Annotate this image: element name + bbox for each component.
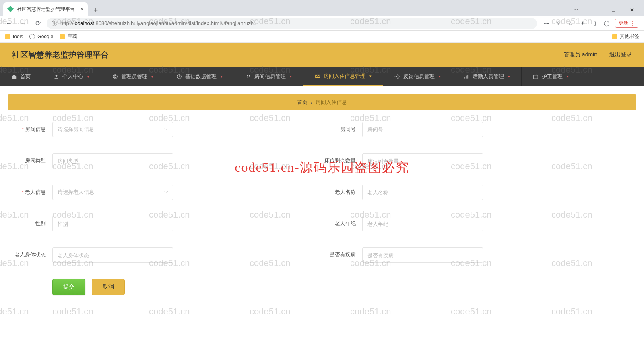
nav-basedata[interactable]: 基础数据管理▾ [165,67,234,86]
watermark-text: code51.cn [250,306,291,317]
room-info-label: *房间信息 [12,122,52,137]
url-text: http://localhost:8080/shehuizhihuiyangla… [60,20,256,26]
gear-icon [394,74,400,79]
breadcrumb-home[interactable]: 首页 [297,99,308,106]
elder-info-label: *老人信息 [12,185,52,200]
room-no-input[interactable] [362,122,483,137]
browser-tab[interactable]: 社区智慧养老监护管理平台 × [3,2,88,16]
user-label[interactable]: 管理员 admin [564,51,597,58]
elder-age-label: 老人年纪 [322,216,362,231]
room-type-label: 房间类型 [12,153,52,168]
bookmark-google[interactable]: Google [29,34,53,39]
room-no-label: 房间号 [322,122,362,137]
bookmarks-bar: tools Google 宝藏 其他书签 [0,31,644,43]
chevron-down-icon: ▾ [369,74,372,78]
watermark-text: code51.cn [149,306,190,317]
bookmark-tools[interactable]: tools [5,34,23,39]
chevron-down-icon: ▾ [508,75,510,79]
key-icon[interactable]: ⊶ [543,20,550,27]
nav-roomcheckin[interactable]: 房间入住信息管理▾ [303,67,383,86]
submit-button[interactable]: 提交 [52,279,85,295]
elder-name-label: 老人名称 [322,185,362,200]
chevron-down-icon: ﹀ [164,127,169,133]
calendar-icon [533,74,539,79]
browser-tab-strip: 社区智慧养老监护管理平台 × + ﹀ — □ ✕ [0,0,644,16]
room-info-select[interactable]: 请选择房间信息﹀ [52,122,173,137]
target-icon [112,74,118,79]
svg-point-0 [56,75,58,77]
chevron-down-icon: ▾ [439,75,441,79]
chevron-down-icon: ▾ [151,75,153,79]
user-icon [54,74,59,79]
chevron-down-icon: ▾ [87,75,89,79]
has-disease-input[interactable] [362,247,483,263]
close-window-button[interactable]: ✕ [624,4,640,16]
nav-logistics[interactable]: 后勤人员管理▾ [452,67,522,86]
profile-icon[interactable]: ◯ [603,20,610,27]
window-controls: ﹀ — □ ✕ [568,4,644,16]
users-icon [246,74,251,79]
watermark-text: code51.cn [350,306,391,317]
clock-icon [176,74,182,79]
svg-rect-11 [534,75,538,79]
watermark-text: code51.cn [0,306,29,317]
info-icon[interactable]: i [52,21,57,26]
back-button[interactable]: ← [3,18,14,29]
bookmark-other[interactable]: 其他书签 [612,33,639,40]
nav-admin[interactable]: 管理员管理▾ [101,67,165,86]
has-disease-label: 是否有疾病 [322,247,362,259]
chevron-down-icon[interactable]: ﹀ [568,4,584,16]
watermark-text: code51.cn [52,306,93,317]
sidepanel-icon[interactable]: ▯ [591,20,598,27]
bed-left-input[interactable] [362,153,483,168]
mail-icon [315,73,320,79]
watermark-text: code51.cn [451,306,492,317]
elder-body-input[interactable] [52,247,173,263]
app-header: 社区智慧养老监护管理平台 管理员 admin 退出登录 [0,43,644,67]
minimize-button[interactable]: — [587,4,603,16]
svg-rect-8 [464,77,465,79]
share-icon[interactable]: ⇪ [555,20,562,27]
elder-name-input[interactable] [362,185,483,200]
close-tab-icon[interactable]: × [80,6,84,12]
svg-point-4 [247,75,249,77]
breadcrumb-current: 房间入住信息 [316,99,347,106]
bookmark-bz[interactable]: 宝藏 [60,33,77,40]
maximize-button[interactable]: □ [605,4,621,16]
app-title: 社区智慧养老监护管理平台 [12,50,109,60]
folder-icon [5,34,10,39]
nav-roominfo[interactable]: 房间信息管理▾ [234,67,303,86]
gender-input[interactable] [52,216,173,231]
elder-body-label: 老人身体状态 [12,247,52,259]
address-bar: ← → ⟳ i http://localhost:8080/shehuizhih… [0,16,644,31]
header-right: 管理员 admin 退出登录 [564,51,632,58]
chevron-down-icon: ▾ [221,75,223,79]
svg-point-1 [113,75,118,79]
home-icon [11,74,17,79]
nav-home[interactable]: 首页 [0,67,42,86]
svg-point-7 [396,76,398,77]
elder-age-input[interactable] [362,216,483,231]
logout-link[interactable]: 退出登录 [609,51,632,58]
star-icon[interactable]: ☆ [567,20,574,27]
form-buttons: 提交 取消 [12,279,632,295]
breadcrumb: 首页 / 房间入住信息 [8,94,636,110]
breadcrumb-sep: / [311,100,312,106]
room-type-input[interactable] [52,153,173,168]
cancel-button[interactable]: 取消 [92,279,125,295]
forward-button[interactable]: → [18,18,29,29]
update-button[interactable]: 更新 ⋮ [615,19,638,28]
url-input[interactable]: i http://localhost:8080/shehuizhihuiyang… [47,18,537,29]
watermark-text: code51.cn [551,306,592,317]
new-tab-button[interactable]: + [90,5,101,16]
chevron-down-icon: ﹀ [164,189,169,195]
chart-icon [464,74,469,79]
extensions-icon[interactable]: ✦ [579,20,586,27]
reload-button[interactable]: ⟳ [32,18,43,29]
nav-personal[interactable]: 个人中心▾ [42,67,101,86]
nav-feedback[interactable]: 反馈信息管理▾ [383,67,452,86]
nav-caregiver[interactable]: 护工管理▾ [522,67,580,86]
main-nav: 首页 个人中心▾ 管理员管理▾ 基础数据管理▾ 房间信息管理▾ 房间入住信息管理… [0,67,644,86]
elder-info-select[interactable]: 请选择老人信息﹀ [52,185,173,200]
svg-point-2 [114,76,116,78]
